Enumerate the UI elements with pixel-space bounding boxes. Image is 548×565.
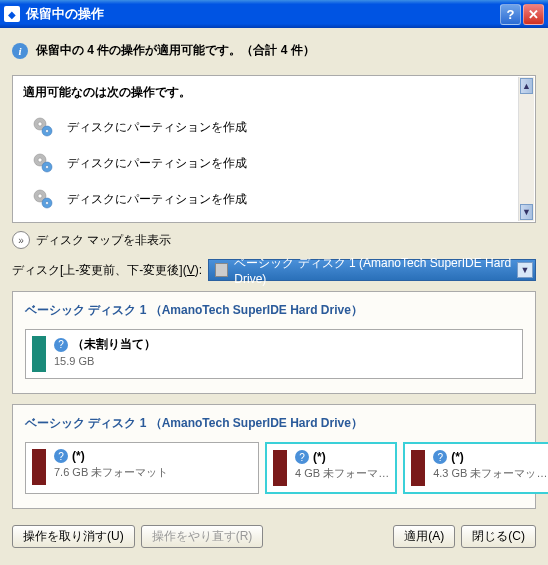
disk-after-title: ベーシック ディスク 1 （AmanoTech SuperIDE Hard Dr…	[25, 415, 523, 432]
scroll-down-icon[interactable]: ▼	[520, 204, 533, 220]
disk-select-value: ベーシック ディスク 1 (AmanoTech SuperIDE Hard Dr…	[234, 255, 529, 286]
svg-point-5	[38, 158, 42, 162]
partition-color-bar	[32, 449, 46, 485]
disk-select[interactable]: ベーシック ディスク 1 (AmanoTech SuperIDE Hard Dr…	[208, 259, 536, 281]
partition[interactable]: ? (*) 4 GB 未フォーマ…	[265, 442, 397, 494]
header-text: 保留中の 4 件の操作が適用可能です。（合計 4 件）	[36, 42, 315, 59]
partition-label: （未割り当て）	[72, 336, 156, 353]
disk-before-partitions: ? （未割り当て） 15.9 GB	[25, 329, 523, 379]
question-icon: ?	[295, 450, 309, 464]
redo-button: 操作をやり直す(R)	[141, 525, 264, 548]
titlebar: ◆ 保留中の操作 ? ✕	[0, 0, 548, 28]
disk-before-panel: ベーシック ディスク 1 （AmanoTech SuperIDE Hard Dr…	[12, 291, 536, 394]
partition-size: 4.3 GB 未フォーマッ…	[433, 466, 547, 481]
question-icon: ?	[433, 450, 447, 464]
partition-size: 15.9 GB	[54, 355, 156, 367]
gear-icon	[31, 151, 55, 175]
partition[interactable]: ? （未割り当て） 15.9 GB	[25, 329, 523, 379]
svg-point-1	[38, 122, 42, 126]
partition[interactable]: ? (*) 4.3 GB 未フォーマッ…	[403, 442, 548, 494]
button-row: 操作を取り消す(U) 操作をやり直す(R) 適用(A) 閉じる(C)	[12, 519, 536, 554]
dropdown-arrow-icon: ▼	[517, 262, 533, 278]
operation-item[interactable]: ディスクにパーティションを作成	[31, 181, 525, 217]
partition-color-bar	[32, 336, 46, 372]
operations-title: 適用可能なのは次の操作です。	[23, 84, 525, 101]
operations-panel: 適用可能なのは次の操作です。 ディスクにパーティションを作成ディスクにパーティシ…	[12, 75, 536, 223]
operation-label: ディスクにパーティションを作成	[67, 119, 247, 136]
gear-icon	[31, 115, 55, 139]
partition-label: (*)	[72, 449, 85, 463]
question-icon: ?	[54, 449, 68, 463]
window-title: 保留中の操作	[26, 5, 498, 23]
partition-size: 4 GB 未フォーマ…	[295, 466, 389, 481]
operation-label: ディスクにパーティションを作成	[67, 191, 247, 208]
disk-icon	[215, 263, 228, 277]
operation-label: ディスクにパーティションを作成	[67, 155, 247, 172]
svg-point-3	[46, 130, 49, 133]
question-icon: ?	[54, 338, 68, 352]
operation-item[interactable]: ディスクにパーティションを作成	[31, 109, 525, 145]
help-button[interactable]: ?	[500, 4, 521, 25]
chevron-down-icon: »	[12, 231, 30, 249]
disk-after-partitions: ? (*) 7.6 GB 未フォーマット ? (*) 4 GB 未フォーマ… ?…	[25, 442, 523, 494]
window-close-button[interactable]: ✕	[523, 4, 544, 25]
scrollbar[interactable]: ▲ ▼	[518, 77, 534, 221]
app-icon: ◆	[4, 6, 20, 22]
operation-item[interactable]: ディスクにパーティションを作成	[31, 145, 525, 181]
disk-before-title: ベーシック ディスク 1 （AmanoTech SuperIDE Hard Dr…	[25, 302, 523, 319]
header: i 保留中の 4 件の操作が適用可能です。（合計 4 件）	[12, 38, 536, 63]
svg-point-7	[46, 166, 49, 169]
svg-point-11	[46, 202, 49, 205]
disk-after-panel: ベーシック ディスク 1 （AmanoTech SuperIDE Hard Dr…	[12, 404, 536, 509]
partition-size: 7.6 GB 未フォーマット	[54, 465, 168, 480]
undo-button[interactable]: 操作を取り消す(U)	[12, 525, 135, 548]
scroll-up-icon[interactable]: ▲	[520, 78, 533, 94]
close-button[interactable]: 閉じる(C)	[461, 525, 536, 548]
disk-select-label: ディスク[上-変更前、下-変更後](V):	[12, 262, 202, 279]
diskmap-toggle[interactable]: » ディスク マップを非表示	[12, 231, 536, 249]
info-icon: i	[12, 43, 28, 59]
gear-icon	[31, 187, 55, 211]
operation-item[interactable]: ディスクにパーティションを作成	[31, 217, 525, 223]
operations-list: ディスクにパーティションを作成ディスクにパーティションを作成ディスクにパーティシ…	[23, 109, 525, 223]
partition-color-bar	[273, 450, 287, 486]
partition[interactable]: ? (*) 7.6 GB 未フォーマット	[25, 442, 259, 494]
disk-select-row: ディスク[上-変更前、下-変更後](V): ベーシック ディスク 1 (Aman…	[12, 259, 536, 281]
diskmap-toggle-label: ディスク マップを非表示	[36, 232, 171, 249]
svg-point-9	[38, 194, 42, 198]
partition-label: (*)	[451, 450, 464, 464]
partition-color-bar	[411, 450, 425, 486]
partition-label: (*)	[313, 450, 326, 464]
apply-button[interactable]: 適用(A)	[393, 525, 455, 548]
